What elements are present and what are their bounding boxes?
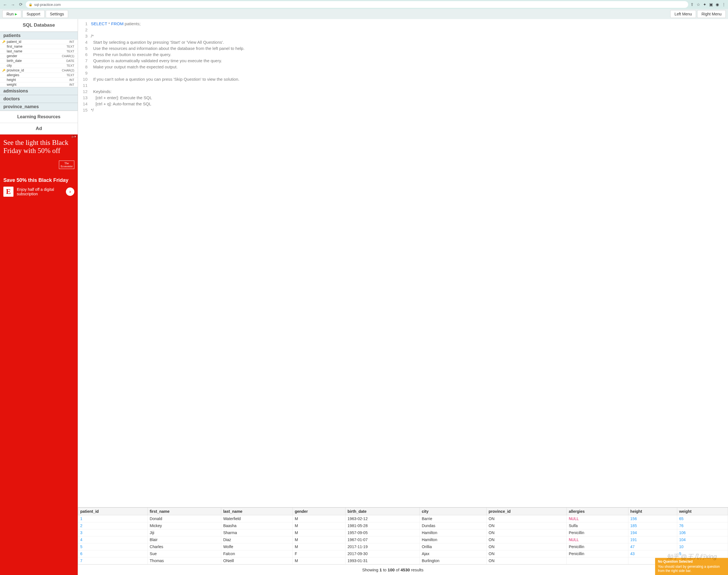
cell: Penicillin (567, 543, 628, 550)
share-icon[interactable]: ⇪ (690, 2, 694, 7)
code-area[interactable]: SELECT * FROM patients; /* Start by sele… (89, 19, 245, 507)
column-row[interactable]: allergiesTEXT (0, 73, 78, 78)
column-row[interactable]: first_nameTEXT (0, 44, 78, 49)
col-header[interactable]: birth_date (346, 508, 420, 515)
column-row[interactable]: heightINT (0, 78, 78, 82)
ad-subhead: Save 50% this Black Friday (3, 169, 74, 183)
cell: Wolfe (221, 543, 292, 550)
back-icon[interactable]: ← (2, 2, 8, 7)
table-row[interactable]: 6SueFalconF2017-09-30AjaxONPenicillin435 (78, 550, 728, 557)
url-bar[interactable]: 🔒 sql-practice.com (26, 1, 688, 8)
cell: M (292, 536, 345, 543)
cell: Sue (148, 550, 221, 557)
lock-icon: 🔒 (29, 3, 33, 6)
left-menu-button[interactable]: Left Menu (670, 10, 696, 18)
sql-database-header: SQL Database (0, 19, 78, 32)
col-header[interactable]: last_name (221, 508, 292, 515)
cell: ON (486, 536, 567, 543)
cell: Diaz (221, 536, 292, 543)
column-name: weight (7, 83, 69, 87)
play-icon: ▶ (15, 12, 17, 16)
table-doctors[interactable]: doctors (0, 95, 78, 103)
column-name: allergies (7, 73, 66, 77)
column-row[interactable]: cityTEXT (0, 63, 78, 68)
arrow-right-icon[interactable]: › (66, 188, 74, 196)
forward-icon[interactable]: → (10, 2, 16, 7)
cell: 4 (78, 536, 148, 543)
cell: 47 (628, 543, 677, 550)
table-patients[interactable]: patients (0, 32, 78, 39)
cell: 191 (628, 536, 677, 543)
column-type: CHAR(1) (62, 54, 74, 58)
right-menu-button[interactable]: Right Menu (697, 10, 726, 18)
puzzle-icon[interactable]: ✦ (703, 2, 706, 7)
column-row[interactable]: 🔑patient_idINT (0, 39, 78, 44)
col-header[interactable]: weight (677, 508, 728, 515)
support-button[interactable]: Support (23, 10, 44, 18)
ad-brand: TheEconomist (59, 161, 74, 169)
cell: Donald (148, 515, 221, 522)
cell: F (292, 550, 345, 557)
table-province_names[interactable]: province_names (0, 103, 78, 111)
table-row[interactable]: 7ThomasONeillM1993-01-31BurlingtonON (78, 557, 728, 564)
col-header[interactable]: first_name (148, 508, 221, 515)
cell: 5 (677, 550, 728, 557)
table-admissions[interactable]: admissions (0, 87, 78, 95)
learning-resources-header[interactable]: Learning Resources (0, 111, 78, 123)
col-header[interactable]: province_id (486, 508, 567, 515)
reload-icon[interactable]: ⟳ (18, 2, 24, 7)
table-row[interactable]: 4BlairDiazM1967-01-07HamiltonONNULL19110… (78, 536, 728, 543)
cell: 2 (78, 522, 148, 529)
profile-icon[interactable]: ◉ (716, 2, 719, 7)
table-row[interactable]: 3JijiSharmaM1957-09-05HamiltonONPenicill… (78, 529, 728, 536)
cell: ONeill (221, 557, 292, 564)
cell: 43 (628, 550, 677, 557)
cell: Dundas (419, 522, 486, 529)
cell: ON (486, 522, 567, 529)
cell: Penicillin (567, 529, 628, 536)
settings-button[interactable]: Settings (46, 10, 68, 18)
cell: Blair (148, 536, 221, 543)
column-name: patient_id (7, 40, 69, 44)
table-row[interactable]: 1DonaldWaterfieldM1963-02-12BarrieONNULL… (78, 515, 728, 522)
sidebar: SQL Database patients🔑patient_idINTfirst… (0, 19, 78, 575)
column-row[interactable]: genderCHAR(1) (0, 54, 78, 59)
column-row[interactable]: last_nameTEXT (0, 49, 78, 54)
cell: Baasha (221, 522, 292, 529)
column-type: TEXT (66, 64, 74, 67)
cell: 185 (628, 522, 677, 529)
column-row[interactable]: birth_dateDATE (0, 59, 78, 63)
col-header[interactable]: patient_id (78, 508, 148, 515)
col-header[interactable]: city (419, 508, 486, 515)
column-type: TEXT (66, 45, 74, 48)
table-row[interactable]: 5CharlesWolfeM2017-11-19OrilliaONPenicil… (78, 543, 728, 550)
sql-editor[interactable]: 123456789101112131415 SELECT * FROM pati… (78, 19, 728, 507)
column-row[interactable]: weightINT (0, 82, 78, 87)
ad-headline: See the light this Black Friday with 50%… (3, 139, 74, 155)
column-name: birth_date (7, 59, 66, 63)
cell: Thomas (148, 557, 221, 564)
col-header[interactable]: height (628, 508, 677, 515)
run-button[interactable]: Run▶ (2, 10, 21, 18)
cell: 2017-09-30 (346, 550, 420, 557)
column-name: last_name (7, 49, 66, 53)
star-icon[interactable]: ☆ (697, 2, 700, 7)
menu-icon[interactable]: ⋮ (722, 2, 726, 7)
ad-close-icon[interactable]: ▷✕ (71, 135, 77, 138)
table-row[interactable]: 2MickeyBaashaM1981-05-28DundasONSulfa185… (78, 522, 728, 529)
col-header[interactable]: gender (292, 508, 345, 515)
ad-banner[interactable]: ▷✕ See the light this Black Friday with … (0, 135, 78, 575)
column-row[interactable]: 🔑province_idCHAR(2) (0, 68, 78, 73)
browser-chrome: ← → ⟳ 🔒 sql-practice.com ⇪ ☆ ✦ ▣ ◉ ⋮ (0, 0, 728, 9)
col-header[interactable]: allergies (567, 508, 628, 515)
cell: M (292, 543, 345, 550)
column-name: first_name (7, 44, 66, 48)
cell: Hamilton (419, 529, 486, 536)
url-text: sql-practice.com (34, 2, 61, 7)
device-icon[interactable]: ▣ (709, 2, 713, 7)
toast-body: You should start by generating a questio… (658, 565, 725, 573)
cell: Ajax (419, 550, 486, 557)
cell: NULL (567, 536, 628, 543)
cell: 3 (78, 529, 148, 536)
column-type: INT (69, 83, 74, 86)
